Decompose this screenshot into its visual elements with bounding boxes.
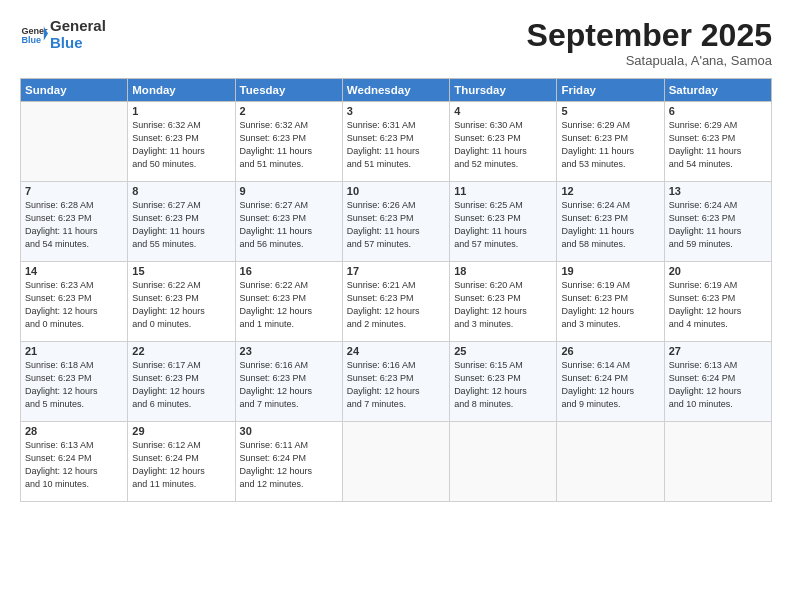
cell-content: Sunrise: 6:22 AM Sunset: 6:23 PM Dayligh… (132, 279, 230, 331)
calendar-cell: 27Sunrise: 6:13 AM Sunset: 6:24 PM Dayli… (664, 342, 771, 422)
cell-content: Sunrise: 6:31 AM Sunset: 6:23 PM Dayligh… (347, 119, 445, 171)
calendar-cell: 1Sunrise: 6:32 AM Sunset: 6:23 PM Daylig… (128, 102, 235, 182)
calendar-cell: 7Sunrise: 6:28 AM Sunset: 6:23 PM Daylig… (21, 182, 128, 262)
header-cell-saturday: Saturday (664, 79, 771, 102)
calendar-cell: 22Sunrise: 6:17 AM Sunset: 6:23 PM Dayli… (128, 342, 235, 422)
cell-content: Sunrise: 6:30 AM Sunset: 6:23 PM Dayligh… (454, 119, 552, 171)
cell-content: Sunrise: 6:21 AM Sunset: 6:23 PM Dayligh… (347, 279, 445, 331)
calendar-cell: 4Sunrise: 6:30 AM Sunset: 6:23 PM Daylig… (450, 102, 557, 182)
calendar-cell (664, 422, 771, 502)
week-row-1: 7Sunrise: 6:28 AM Sunset: 6:23 PM Daylig… (21, 182, 772, 262)
day-number: 1 (132, 105, 230, 117)
day-number: 29 (132, 425, 230, 437)
location-subtitle: Satapuala, A'ana, Samoa (527, 53, 772, 68)
calendar-cell: 16Sunrise: 6:22 AM Sunset: 6:23 PM Dayli… (235, 262, 342, 342)
calendar-cell (342, 422, 449, 502)
cell-content: Sunrise: 6:26 AM Sunset: 6:23 PM Dayligh… (347, 199, 445, 251)
header: General Blue General Blue September 2025… (20, 18, 772, 68)
calendar-cell: 29Sunrise: 6:12 AM Sunset: 6:24 PM Dayli… (128, 422, 235, 502)
cell-content: Sunrise: 6:16 AM Sunset: 6:23 PM Dayligh… (240, 359, 338, 411)
day-number: 27 (669, 345, 767, 357)
header-cell-tuesday: Tuesday (235, 79, 342, 102)
week-row-2: 14Sunrise: 6:23 AM Sunset: 6:23 PM Dayli… (21, 262, 772, 342)
cell-content: Sunrise: 6:12 AM Sunset: 6:24 PM Dayligh… (132, 439, 230, 491)
day-number: 18 (454, 265, 552, 277)
calendar-cell: 25Sunrise: 6:15 AM Sunset: 6:23 PM Dayli… (450, 342, 557, 422)
day-number: 19 (561, 265, 659, 277)
day-number: 15 (132, 265, 230, 277)
page: General Blue General Blue September 2025… (0, 0, 792, 612)
cell-content: Sunrise: 6:29 AM Sunset: 6:23 PM Dayligh… (561, 119, 659, 171)
logo-blue-text: Blue (50, 35, 106, 52)
day-number: 4 (454, 105, 552, 117)
calendar-cell: 30Sunrise: 6:11 AM Sunset: 6:24 PM Dayli… (235, 422, 342, 502)
cell-content: Sunrise: 6:18 AM Sunset: 6:23 PM Dayligh… (25, 359, 123, 411)
week-row-0: 1Sunrise: 6:32 AM Sunset: 6:23 PM Daylig… (21, 102, 772, 182)
logo-general-text: General (50, 18, 106, 35)
cell-content: Sunrise: 6:14 AM Sunset: 6:24 PM Dayligh… (561, 359, 659, 411)
header-cell-friday: Friday (557, 79, 664, 102)
calendar-cell: 20Sunrise: 6:19 AM Sunset: 6:23 PM Dayli… (664, 262, 771, 342)
cell-content: Sunrise: 6:13 AM Sunset: 6:24 PM Dayligh… (669, 359, 767, 411)
logo: General Blue General Blue (20, 18, 106, 51)
cell-content: Sunrise: 6:29 AM Sunset: 6:23 PM Dayligh… (669, 119, 767, 171)
day-number: 7 (25, 185, 123, 197)
day-number: 5 (561, 105, 659, 117)
calendar-cell: 15Sunrise: 6:22 AM Sunset: 6:23 PM Dayli… (128, 262, 235, 342)
day-number: 26 (561, 345, 659, 357)
calendar-cell: 6Sunrise: 6:29 AM Sunset: 6:23 PM Daylig… (664, 102, 771, 182)
header-row: SundayMondayTuesdayWednesdayThursdayFrid… (21, 79, 772, 102)
cell-content: Sunrise: 6:19 AM Sunset: 6:23 PM Dayligh… (561, 279, 659, 331)
title-block: September 2025 Satapuala, A'ana, Samoa (527, 18, 772, 68)
calendar-table: SundayMondayTuesdayWednesdayThursdayFrid… (20, 78, 772, 502)
cell-content: Sunrise: 6:24 AM Sunset: 6:23 PM Dayligh… (561, 199, 659, 251)
day-number: 22 (132, 345, 230, 357)
day-number: 17 (347, 265, 445, 277)
calendar-cell: 17Sunrise: 6:21 AM Sunset: 6:23 PM Dayli… (342, 262, 449, 342)
calendar-cell: 19Sunrise: 6:19 AM Sunset: 6:23 PM Dayli… (557, 262, 664, 342)
day-number: 3 (347, 105, 445, 117)
cell-content: Sunrise: 6:16 AM Sunset: 6:23 PM Dayligh… (347, 359, 445, 411)
calendar-cell: 11Sunrise: 6:25 AM Sunset: 6:23 PM Dayli… (450, 182, 557, 262)
calendar-cell: 9Sunrise: 6:27 AM Sunset: 6:23 PM Daylig… (235, 182, 342, 262)
calendar-header: SundayMondayTuesdayWednesdayThursdayFrid… (21, 79, 772, 102)
header-cell-wednesday: Wednesday (342, 79, 449, 102)
cell-content: Sunrise: 6:24 AM Sunset: 6:23 PM Dayligh… (669, 199, 767, 251)
week-row-4: 28Sunrise: 6:13 AM Sunset: 6:24 PM Dayli… (21, 422, 772, 502)
day-number: 20 (669, 265, 767, 277)
calendar-cell: 13Sunrise: 6:24 AM Sunset: 6:23 PM Dayli… (664, 182, 771, 262)
day-number: 25 (454, 345, 552, 357)
day-number: 10 (347, 185, 445, 197)
logo-icon: General Blue (20, 21, 48, 49)
day-number: 2 (240, 105, 338, 117)
week-row-3: 21Sunrise: 6:18 AM Sunset: 6:23 PM Dayli… (21, 342, 772, 422)
day-number: 28 (25, 425, 123, 437)
calendar-cell (450, 422, 557, 502)
cell-content: Sunrise: 6:13 AM Sunset: 6:24 PM Dayligh… (25, 439, 123, 491)
calendar-cell: 2Sunrise: 6:32 AM Sunset: 6:23 PM Daylig… (235, 102, 342, 182)
cell-content: Sunrise: 6:32 AM Sunset: 6:23 PM Dayligh… (240, 119, 338, 171)
calendar-body: 1Sunrise: 6:32 AM Sunset: 6:23 PM Daylig… (21, 102, 772, 502)
calendar-cell (557, 422, 664, 502)
day-number: 14 (25, 265, 123, 277)
day-number: 11 (454, 185, 552, 197)
calendar-cell (21, 102, 128, 182)
day-number: 23 (240, 345, 338, 357)
calendar-cell: 26Sunrise: 6:14 AM Sunset: 6:24 PM Dayli… (557, 342, 664, 422)
day-number: 21 (25, 345, 123, 357)
cell-content: Sunrise: 6:25 AM Sunset: 6:23 PM Dayligh… (454, 199, 552, 251)
calendar-cell: 18Sunrise: 6:20 AM Sunset: 6:23 PM Dayli… (450, 262, 557, 342)
header-cell-thursday: Thursday (450, 79, 557, 102)
calendar-cell: 8Sunrise: 6:27 AM Sunset: 6:23 PM Daylig… (128, 182, 235, 262)
day-number: 8 (132, 185, 230, 197)
calendar-cell: 3Sunrise: 6:31 AM Sunset: 6:23 PM Daylig… (342, 102, 449, 182)
header-cell-sunday: Sunday (21, 79, 128, 102)
calendar-cell: 12Sunrise: 6:24 AM Sunset: 6:23 PM Dayli… (557, 182, 664, 262)
cell-content: Sunrise: 6:17 AM Sunset: 6:23 PM Dayligh… (132, 359, 230, 411)
calendar-cell: 21Sunrise: 6:18 AM Sunset: 6:23 PM Dayli… (21, 342, 128, 422)
cell-content: Sunrise: 6:32 AM Sunset: 6:23 PM Dayligh… (132, 119, 230, 171)
cell-content: Sunrise: 6:23 AM Sunset: 6:23 PM Dayligh… (25, 279, 123, 331)
header-cell-monday: Monday (128, 79, 235, 102)
cell-content: Sunrise: 6:20 AM Sunset: 6:23 PM Dayligh… (454, 279, 552, 331)
day-number: 13 (669, 185, 767, 197)
